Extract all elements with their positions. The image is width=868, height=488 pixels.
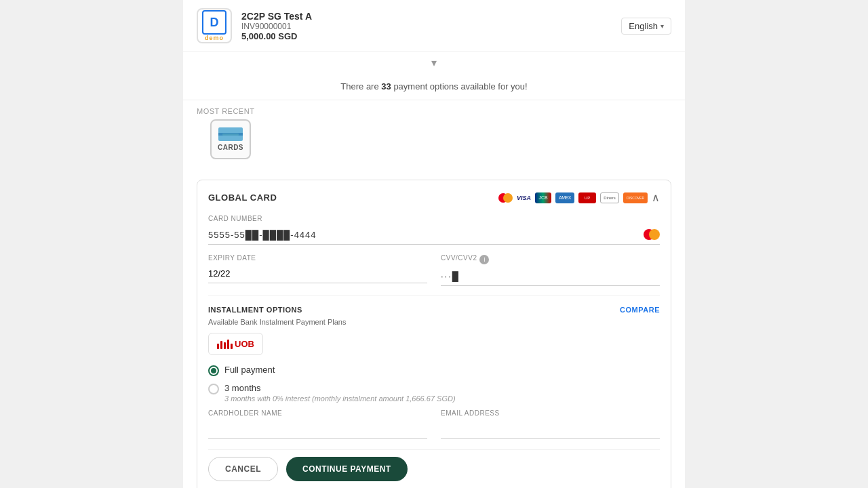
- cvv-info-icon[interactable]: i: [479, 255, 489, 264]
- visa-logo: VISA: [517, 195, 531, 201]
- uob-bars-icon: [217, 340, 233, 349]
- chevron-down-icon: ▾: [660, 22, 664, 30]
- cvv-label: CVV/CVV2: [441, 254, 477, 262]
- 3months-payment-option[interactable]: 3 months 3 months with 0% interest (mont…: [208, 383, 660, 403]
- mastercard-logo: [498, 193, 513, 203]
- language-label: English: [629, 21, 658, 31]
- uob-bank-chip[interactable]: UOB: [208, 333, 263, 355]
- expiry-field: EXPIRY DATE: [208, 254, 427, 286]
- cards-label: CARDS: [218, 144, 243, 151]
- uob-text: UOB: [235, 339, 254, 349]
- installment-title: INSTALLMENT OPTIONS: [208, 306, 302, 314]
- installment-header: INSTALLMENT OPTIONS COMPARE: [208, 306, 660, 314]
- email-label: EMAIL ADDRESS: [441, 409, 660, 417]
- diners-logo: Diners: [600, 192, 619, 203]
- chevron-down-icon: ▾: [431, 56, 437, 69]
- cancel-button[interactable]: CANCEL: [208, 457, 278, 481]
- cardholder-input[interactable]: [208, 420, 427, 439]
- action-buttons-row: CANCEL CONTINUE PAYMENT: [208, 449, 660, 488]
- language-selector[interactable]: English ▾: [621, 18, 671, 35]
- merchant-logo: D demo: [197, 8, 232, 43]
- card-type-icon: [644, 229, 660, 240]
- collapse-button[interactable]: ∧: [652, 191, 660, 204]
- card-number-label: CARD NUMBER: [208, 215, 660, 222]
- jcb-logo: JCB: [535, 192, 551, 203]
- amex-logo: AMEX: [555, 192, 574, 203]
- cardholder-email-row: CARDHOLDER NAME EMAIL ADDRESS: [208, 409, 660, 439]
- continue-payment-button[interactable]: CONTINUE PAYMENT: [286, 457, 408, 481]
- invoice-number: INV90000001: [241, 22, 312, 31]
- full-payment-option[interactable]: Full payment: [208, 365, 660, 376]
- full-payment-label: Full payment: [224, 365, 275, 375]
- payment-amount: 5,000.00 SGD: [241, 31, 312, 41]
- email-input[interactable]: [441, 420, 660, 439]
- merchant-name: 2C2P SG Test A: [241, 11, 312, 22]
- header-expand-toggle[interactable]: ▾: [183, 52, 685, 73]
- global-card-title: GLOBAL CARD: [208, 192, 277, 203]
- 3months-sublabel: 3 months with 0% interest (monthly insta…: [224, 394, 456, 403]
- card-number-value: 5555-55██-████-4444: [208, 230, 317, 240]
- accepted-card-logos: VISA JCB AMEX UP Diners DISCOVER ∧: [498, 191, 660, 204]
- card-number-row: 5555-55██-████-4444: [208, 225, 660, 245]
- expiry-input[interactable]: [208, 264, 427, 283]
- installment-section: INSTALLMENT OPTIONS COMPARE Available Ba…: [208, 296, 660, 403]
- full-payment-radio[interactable]: [208, 365, 219, 376]
- expiry-label: EXPIRY DATE: [208, 254, 427, 262]
- page-header: D demo 2C2P SG Test A INV90000001 5,000.…: [183, 0, 685, 52]
- expiry-cvv-row: EXPIRY DATE CVV/CVV2 i ···█: [208, 254, 660, 286]
- cardholder-field: CARDHOLDER NAME: [208, 409, 427, 439]
- email-field: EMAIL ADDRESS: [441, 409, 660, 439]
- payment-options-banner: There are 33 payment options available f…: [183, 73, 685, 100]
- global-card-header: GLOBAL CARD VISA JCB AMEX UP Diners DISC…: [208, 191, 660, 204]
- 3months-payment-radio[interactable]: [208, 384, 219, 394]
- cards-payment-option[interactable]: CARDS: [210, 119, 251, 159]
- uob-logo: UOB: [217, 339, 254, 349]
- logo-demo-text: demo: [205, 35, 224, 41]
- cardholder-label: CARDHOLDER NAME: [208, 409, 427, 417]
- 3months-label: 3 months: [224, 383, 456, 393]
- most-recent-label: MOST RECENT: [183, 100, 685, 119]
- cvv-input-display[interactable]: ···█: [441, 267, 660, 286]
- unionpay-logo: UP: [578, 192, 596, 203]
- global-card-section: GLOBAL CARD VISA JCB AMEX UP Diners DISC…: [197, 180, 671, 488]
- compare-link[interactable]: COMPARE: [620, 306, 660, 314]
- discover-logo: DISCOVER: [623, 192, 648, 203]
- installment-subtitle: Available Bank Instalment Payment Plans: [208, 318, 660, 326]
- merchant-details: 2C2P SG Test A INV90000001 5,000.00 SGD: [241, 11, 312, 41]
- merchant-info-section: D demo 2C2P SG Test A INV90000001 5,000.…: [197, 8, 312, 43]
- options-count: 33: [381, 81, 391, 92]
- cvv-field: CVV/CVV2 i ···█: [441, 254, 660, 286]
